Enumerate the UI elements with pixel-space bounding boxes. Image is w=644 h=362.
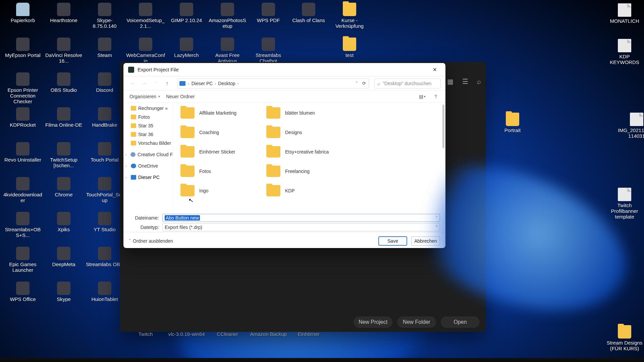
save-button[interactable]: Save <box>378 236 407 246</box>
desktop-icon[interactable]: Streamlabs OBS <box>85 247 124 267</box>
pm-search-icon[interactable]: ⌕ <box>477 78 481 85</box>
desktop-icon[interactable]: Stream Designs (FÜR KURS) <box>605 325 644 351</box>
organize-menu[interactable]: Organisieren▾ <box>129 94 160 99</box>
pm-new-folder-button[interactable]: New Folder <box>397 316 436 328</box>
help-button[interactable]: ? <box>432 93 439 100</box>
desktop-icon[interactable]: HuionTablet <box>85 282 124 302</box>
file-item[interactable]: KDP <box>266 181 329 200</box>
close-button[interactable]: ✕ <box>427 65 442 75</box>
desktop-icon[interactable]: AmazonPhotosSetup <box>208 3 247 29</box>
desktop-icon[interactable]: Twitch Profilbanner template <box>605 188 644 220</box>
pm-view-grid-icon[interactable]: ▦ <box>447 77 453 85</box>
desktop-icon[interactable]: Revo Uninstaller <box>3 142 42 163</box>
chevron-right-icon[interactable]: › <box>125 153 128 157</box>
chevron-down-icon[interactable]: ˅ <box>436 216 438 220</box>
cancel-button[interactable]: Abbrechen <box>411 236 440 246</box>
breadcrumb-bar[interactable]: › Dieser PC › Desktop › ˅ ⟳ <box>177 78 369 88</box>
desktop-icon[interactable]: Papierkorb <box>3 3 42 23</box>
search-input[interactable]: ⌕ "Desktop" durchsuchen <box>374 78 441 88</box>
desktop-icon[interactable]: Avast Free Antivirus <box>208 38 247 64</box>
file-item[interactable]: Fotos <box>180 162 236 181</box>
nav-recent-dropdown[interactable]: ˅ <box>151 79 160 88</box>
file-item[interactable]: Coaching <box>180 123 236 142</box>
desktop-icon[interactable]: Skype <box>44 282 83 302</box>
pm-new-project-button[interactable]: New Project <box>354 316 392 328</box>
tree-item[interactable]: Fotos <box>123 113 173 121</box>
chevron-right-icon[interactable]: › <box>125 164 129 168</box>
tree-item[interactable]: Rechnunger » <box>123 104 173 113</box>
desktop-icon[interactable]: Filma Online-DE <box>44 107 83 128</box>
desktop-icon[interactable]: HandBrake <box>85 107 124 128</box>
hide-folders-toggle[interactable]: ˅ Ordner ausblenden <box>129 238 173 244</box>
taskbar[interactable] <box>0 358 644 362</box>
view-options-button[interactable]: ▤▾ <box>419 93 426 100</box>
desktop-icon[interactable]: Streamlabs Chatbot <box>249 38 288 64</box>
tree-item[interactable]: Star 36 <box>123 130 173 139</box>
breadcrumb-history-dropdown[interactable]: ˅ <box>356 81 358 85</box>
file-list[interactable]: Affiliate MarketingCoachingEinhörner Sti… <box>173 103 445 213</box>
desktop-icon[interactable]: Epson Printer Connection Checker <box>3 72 42 104</box>
file-item[interactable]: Ingo <box>180 181 236 200</box>
desktop-icon[interactable]: Xpiks <box>44 212 83 232</box>
navigation-tree[interactable]: Rechnunger »FotosStar 35Star 36Vorschau … <box>123 103 173 213</box>
desktop-icon[interactable]: Steam <box>85 38 124 58</box>
desktop-icon[interactable]: DaVinci Resolve 16... <box>44 38 83 64</box>
desktop-icon[interactable]: GIMP 2.10.24 <box>167 3 206 23</box>
tree-item[interactable]: ›Creative Cloud F <box>123 150 173 159</box>
desktop-icon[interactable]: Touch Portal <box>85 142 124 163</box>
desktop-icon[interactable]: Skype-8.75.0.140 <box>85 3 124 29</box>
desktop-icon[interactable]: MONATLICH <box>605 3 644 24</box>
desktop-icon[interactable]: VoicemodSetup_2.1... <box>126 3 165 29</box>
desktop-icon[interactable]: Portrait <box>493 113 532 133</box>
file-item-label: Fotos <box>199 169 211 174</box>
desktop-icon[interactable]: TwitchSetup [Ischen... <box>44 142 83 168</box>
chevron-down-icon[interactable]: ˅ <box>436 225 438 230</box>
desktop-icon[interactable]: Hearthstone <box>44 3 83 23</box>
desktop-icon[interactable]: YT Studio <box>85 212 124 232</box>
refresh-button[interactable]: ⟳ <box>362 81 366 86</box>
desktop-icon[interactable]: 4kvideodownloader <box>3 177 42 203</box>
desktop-icon[interactable]: DeepMeta <box>44 247 83 267</box>
nav-forward-button[interactable]: → <box>140 79 149 88</box>
nav-up-button[interactable]: ↑ <box>162 79 172 88</box>
desktop-icon[interactable]: KDP KEYWORDS <box>605 39 644 65</box>
filename-input[interactable]: Abo Button new ˅ <box>162 214 440 222</box>
desktop-icon[interactable]: LazyMerch <box>167 38 206 58</box>
breadcrumb-root[interactable]: Dieser PC <box>192 81 213 86</box>
desktop-icon[interactable]: Kurse - Verknüpfung <box>330 3 369 29</box>
desktop-icon[interactable]: Clash of Clans <box>289 3 328 23</box>
desktop-icon[interactable]: Chrome <box>44 177 83 197</box>
desktop-icon[interactable]: TouchPortal_Setup <box>85 177 124 203</box>
desktop-icon[interactable]: MyEpson Portal <box>3 38 42 58</box>
chevron-right-icon[interactable]: › <box>125 176 129 179</box>
breadcrumb-leaf[interactable]: Desktop <box>218 81 235 86</box>
desktop-icon[interactable]: test <box>330 38 369 58</box>
file-item[interactable]: blätter blumen <box>266 103 329 123</box>
file-item[interactable]: Etsy+creative fabrica <box>266 142 329 162</box>
new-folder-button[interactable]: Neuer Ordner <box>166 94 195 99</box>
nav-back-button[interactable]: ← <box>128 79 138 88</box>
pm-view-list-icon[interactable]: ☰ <box>462 77 468 85</box>
folder-icon <box>343 3 356 16</box>
desktop-icon[interactable]: OBS Studio <box>44 72 83 93</box>
desktop-icon[interactable]: Epic Games Launcher <box>3 247 42 273</box>
desktop-icon[interactable]: KDPRocket <box>3 107 42 128</box>
desktop-icon[interactable]: WPS Office <box>3 282 42 302</box>
tree-item[interactable]: ›Dieser PC <box>123 173 173 182</box>
desktop-icon[interactable]: IMG_20211020_114031 <box>617 113 644 139</box>
tree-item[interactable]: Star 35 <box>123 121 173 130</box>
tree-item[interactable]: Vorschau Bilder <box>123 139 173 147</box>
file-item[interactable]: Affiliate Marketing <box>180 103 236 123</box>
folder-icon <box>266 107 280 119</box>
tree-item[interactable]: ›OneDrive <box>123 162 173 170</box>
desktop-icon[interactable]: WebCameraConfig <box>126 38 165 64</box>
file-item[interactable]: Freelancing <box>266 162 329 181</box>
pm-open-button[interactable]: Open <box>441 316 480 328</box>
desktop-icon[interactable]: Streamlabs+OBS+S... <box>3 212 42 238</box>
desktop-icon[interactable]: WPS PDF <box>249 3 288 23</box>
scrollbar[interactable] <box>442 105 444 148</box>
desktop-icon[interactable]: Discord <box>85 72 124 93</box>
file-item[interactable]: Designs <box>266 123 329 142</box>
filetype-select[interactable]: Export files (*.drp) ˅ <box>162 223 440 231</box>
file-item[interactable]: Einhörner Sticker <box>180 142 236 162</box>
